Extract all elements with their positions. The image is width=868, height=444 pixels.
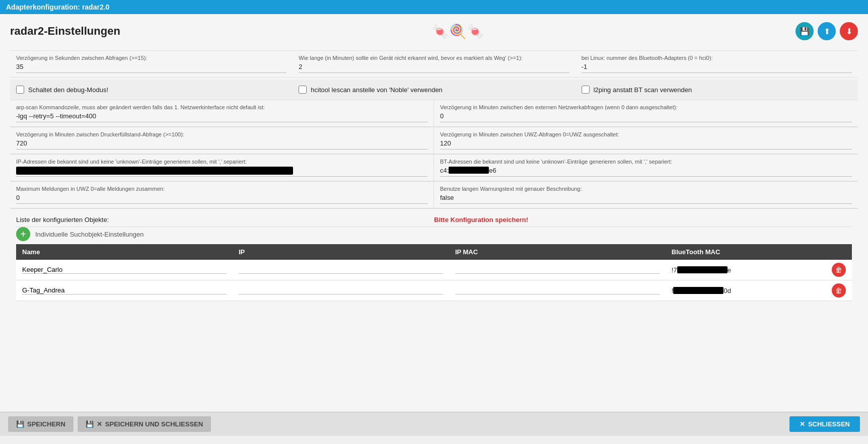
l2ping-checkbox[interactable] xyxy=(582,86,590,94)
field-ext-delay-label: Verzögerung in Minuten zwischen den exte… xyxy=(440,104,852,110)
delete-row2-button[interactable]: 🗑 xyxy=(832,283,846,298)
row2-name xyxy=(16,280,233,301)
col-bt-mac: BlueTooth MAC xyxy=(666,244,826,260)
row1-ip-input[interactable] xyxy=(239,266,443,274)
row2-ip-input[interactable] xyxy=(239,286,443,294)
header-center: 🍬🍭🍬 xyxy=(431,23,484,40)
field-printer: Verzögerung in Minuten zwischen Druckerf… xyxy=(10,127,434,154)
col-ip: IP xyxy=(233,244,449,260)
download-icon: ⬇ xyxy=(846,27,852,36)
field-long-warning: Benutze langen Warnungstext mit genauer … xyxy=(434,182,858,208)
add-object-button[interactable]: + xyxy=(16,227,30,241)
row1-name xyxy=(16,260,233,280)
row1-bt-mac: !7 e xyxy=(666,260,826,280)
close-button[interactable]: ✕ SCHLIESSEN xyxy=(789,416,860,432)
table-body: !7 e 🗑 ! xyxy=(16,260,852,301)
close-icon: ✕ xyxy=(800,420,805,428)
field-away-minutes-value[interactable]: 2 xyxy=(299,63,569,73)
table-row: ! 0d 🗑 xyxy=(16,280,852,301)
field-bt-adapter-value[interactable]: -1 xyxy=(582,63,852,73)
field-max-messages-value[interactable]: 0 xyxy=(16,194,427,204)
field-max-messages-label: Maximum Meldungen in UWZ 0=alle Meldunge… xyxy=(16,186,427,192)
debug-checkbox-label: Schaltet den debug-Modus! xyxy=(28,86,108,94)
hcitool-checkbox[interactable] xyxy=(299,86,307,94)
row2-ip xyxy=(233,280,449,301)
form-row-5: Maximum Meldungen in UWZ 0=alle Meldunge… xyxy=(10,182,858,209)
field-ip-known-value[interactable] xyxy=(16,167,427,177)
row2-bt-mac: ! 0d xyxy=(666,280,826,301)
footer-left: 💾 SPEICHERN 💾 ✕ SPEICHERN UND SCHLIESSEN xyxy=(8,416,211,432)
row1-actions: 🗑 xyxy=(826,260,852,280)
title-bar: Adapterkonfiguration: radar2.0 xyxy=(0,0,868,14)
field-delay-seconds-label: Verzögerung in Sekunden zwischen Abfrage… xyxy=(16,55,286,61)
checkbox-debug: Schaltet den debug-Modus! xyxy=(10,84,293,96)
save-icon-button[interactable]: 💾 xyxy=(795,22,814,40)
field-long-warning-value[interactable]: false xyxy=(440,194,852,204)
save-close-label: SPEICHERN UND SCHLIESSEN xyxy=(105,420,203,428)
table-row: !7 e 🗑 xyxy=(16,260,852,280)
table-header-row: Name IP IP MAC BlueTooth MAC xyxy=(16,244,852,260)
field-ip-known-label: IP-Adressen die bekannt sind und keine '… xyxy=(16,159,427,165)
field-ext-delay-value[interactable]: 0 xyxy=(440,112,852,122)
row1-ip xyxy=(233,260,449,280)
objects-add-row: + Individuelle Suchobjekt-Einstellungen xyxy=(16,227,852,241)
field-max-messages: Maximum Meldungen in UWZ 0=alle Meldunge… xyxy=(10,182,434,208)
upload-icon: ⬆ xyxy=(824,27,830,36)
save-button-icon: 💾 xyxy=(16,420,24,428)
table-header: Name IP IP MAC BlueTooth MAC xyxy=(16,244,852,260)
field-arpscan: arp-scan Kommandozeile, muss aber geände… xyxy=(10,100,434,127)
objects-section: Liste der konfigurierten Objekte: Bitte … xyxy=(10,209,858,301)
field-delay-seconds-value[interactable]: 35 xyxy=(16,63,286,73)
field-arpscan-label: arp-scan Kommandozeile, muss aber geände… xyxy=(16,104,427,110)
field-bt-adapter: bei Linux: nummer des Bluetooth-Adapters… xyxy=(575,51,858,78)
form-row-4: IP-Adressen die bekannt sind und keine '… xyxy=(10,155,858,182)
save-button[interactable]: 💾 SPEICHERN xyxy=(8,416,74,432)
field-away-minutes: Wie lange (in Minuten) sollte ein Gerät … xyxy=(293,51,575,78)
save-button-label: SPEICHERN xyxy=(27,420,65,428)
list-configured-label: Liste der konfigurierten Objekte: xyxy=(16,216,109,224)
field-bt-known: BT-Adressen die bekannt sind und keine '… xyxy=(434,155,858,181)
field-printer-value[interactable]: 720 xyxy=(16,139,427,150)
header-buttons: 💾 ⬆ ⬇ xyxy=(795,22,858,40)
field-uwz-value[interactable]: 120 xyxy=(440,139,852,150)
save-close-button[interactable]: 💾 ✕ SPEICHERN UND SCHLIESSEN xyxy=(78,416,211,432)
row2-ip-mac xyxy=(449,280,666,301)
field-arpscan-value[interactable]: -lgq --retry=5 --timeout=400 xyxy=(16,112,427,122)
row2-name-input[interactable] xyxy=(22,286,227,294)
row1-ip-mac xyxy=(449,260,666,280)
objects-label-section: Liste der konfigurierten Objekte: Bitte … xyxy=(16,213,852,227)
upload-icon-button[interactable]: ⬆ xyxy=(818,22,836,40)
row2-actions: 🗑 xyxy=(826,280,852,301)
delete-row1-button[interactable]: 🗑 xyxy=(832,263,846,277)
field-long-warning-label: Benutze langen Warnungstext mit genauer … xyxy=(440,186,852,192)
row1-name-input[interactable] xyxy=(22,266,227,274)
field-bt-adapter-label: bei Linux: nummer des Bluetooth-Adapters… xyxy=(582,55,852,61)
l2ping-checkbox-label: l2ping anstatt BT scan verwenden xyxy=(594,86,692,94)
checkbox-hcitool: hcitool lescan anstelle von 'Noble' verw… xyxy=(293,84,575,96)
save-reminder-cell: Bitte Konfiguration speichern! xyxy=(434,213,852,227)
field-printer-label: Verzögerung in Minuten zwischen Druckerf… xyxy=(16,131,427,137)
page-title: radar2-Einstellungen xyxy=(10,25,120,38)
save-reminder: Bitte Konfiguration speichern! xyxy=(434,216,528,224)
footer-bar: 💾 SPEICHERN 💾 ✕ SPEICHERN UND SCHLIESSEN… xyxy=(0,412,868,436)
checkbox-row: Schaltet den debug-Modus! hcitool lescan… xyxy=(10,80,858,100)
row1-ip-mac-input[interactable] xyxy=(455,266,660,274)
candy-icon: 🍬🍭🍬 xyxy=(431,23,484,40)
debug-checkbox[interactable] xyxy=(16,86,24,94)
save-disk-icon: 💾 xyxy=(800,27,810,36)
field-bt-known-label: BT-Adressen die bekannt sind und keine '… xyxy=(440,159,852,165)
save-close-icon: 💾 xyxy=(86,420,94,428)
field-uwz-label: Verzögerung in Minuten zwischen UWZ-Abfr… xyxy=(440,131,852,137)
hcitool-checkbox-label: hcitool lescan anstelle von 'Noble' verw… xyxy=(311,86,443,94)
form-row-3: Verzögerung in Minuten zwischen Druckerf… xyxy=(10,127,858,155)
download-icon-button[interactable]: ⬇ xyxy=(840,22,858,40)
title-bar-label: Adapterkonfiguration: radar2.0 xyxy=(6,3,109,11)
individual-settings-label: Individuelle Suchobjekt-Einstellungen xyxy=(35,231,143,238)
objects-table: Name IP IP MAC BlueTooth MAC xyxy=(16,244,852,301)
field-away-minutes-label: Wie lange (in Minuten) sollte ein Gerät … xyxy=(299,55,569,61)
field-ip-known: IP-Adressen die bekannt sind und keine '… xyxy=(10,155,434,181)
row2-ip-mac-input[interactable] xyxy=(455,286,660,294)
field-bt-known-value[interactable]: c4: e6 xyxy=(440,167,852,177)
field-delay-seconds: Verzögerung in Sekunden zwischen Abfrage… xyxy=(10,51,293,78)
main-content: radar2-Einstellungen 🍬🍭🍬 💾 ⬆ ⬇ Verzögeru… xyxy=(0,14,868,412)
